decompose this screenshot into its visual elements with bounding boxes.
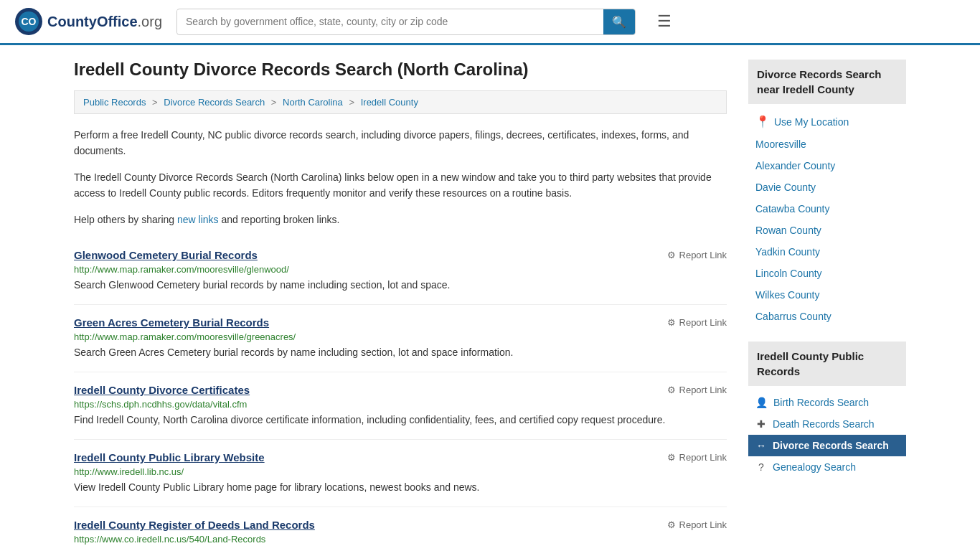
- person-icon: 👤: [755, 397, 768, 408]
- record-url[interactable]: https://schs.dph.ncdhhs.gov/data/vital.c…: [74, 399, 727, 410]
- use-my-location-button[interactable]: 📍 Use My Location: [748, 110, 906, 133]
- report-icon: ⚙: [667, 452, 676, 463]
- record-url[interactable]: http://www.iredell.lib.nc.us/: [74, 466, 727, 477]
- record-header: Iredell County Register of Deeds Land Re…: [74, 519, 727, 531]
- report-icon: ⚙: [667, 385, 676, 395]
- record-item: Green Acres Cemetery Burial Records ⚙ Re…: [74, 305, 727, 372]
- sidebar-item-yadkin[interactable]: Yadkin County: [748, 241, 906, 263]
- record-title[interactable]: Iredell County Divorce Certificates: [74, 384, 250, 396]
- record-header: Iredell County Public Library Website ⚙ …: [74, 451, 727, 463]
- record-header: Glenwood Cemetery Burial Records ⚙ Repor…: [74, 249, 727, 261]
- record-title[interactable]: Iredell County Public Library Website: [74, 451, 265, 463]
- breadcrumb-divorce-records[interactable]: Divorce Records Search: [164, 97, 265, 108]
- report-link-button[interactable]: ⚙ Report Link: [667, 385, 727, 395]
- report-icon: ⚙: [667, 519, 676, 530]
- sidebar-public-records-section: Iredell County Public Records 👤 Birth Re…: [748, 342, 906, 478]
- record-header: Green Acres Cemetery Burial Records ⚙ Re…: [74, 316, 727, 329]
- sidebar-item-mooresville[interactable]: Mooresville: [748, 133, 906, 155]
- sidebar-item-cabarrus[interactable]: Cabarrus County: [748, 306, 906, 327]
- sidebar: Divorce Records Search near Iredell Coun…: [748, 60, 906, 551]
- arrows-icon: ↔: [755, 440, 767, 451]
- report-icon: ⚙: [667, 250, 676, 260]
- record-item: Iredell County Public Library Website ⚙ …: [74, 440, 727, 507]
- record-desc: Search Glenwood Cemetery burial records …: [74, 278, 727, 293]
- breadcrumb-iredell-county[interactable]: Iredell County: [361, 97, 418, 108]
- page-title: Iredell County Divorce Records Search (N…: [74, 60, 727, 80]
- sidebar-item-wilkes[interactable]: Wilkes County: [748, 284, 906, 306]
- sidebar-nearby-section: Divorce Records Search near Iredell Coun…: [748, 60, 906, 327]
- record-url[interactable]: https://www.co.iredell.nc.us/540/Land-Re…: [74, 534, 727, 545]
- record-header: Iredell County Divorce Certificates ⚙ Re…: [74, 384, 727, 396]
- logo-icon: CO: [14, 7, 43, 36]
- report-link-button[interactable]: ⚙ Report Link: [667, 250, 727, 260]
- record-item: Glenwood Cemetery Burial Records ⚙ Repor…: [74, 237, 727, 305]
- breadcrumb-sep-3: >: [349, 97, 354, 108]
- desc-para3-post: and reporting broken links.: [219, 214, 340, 225]
- menu-button[interactable]: ☰: [657, 12, 672, 31]
- record-title[interactable]: Iredell County Register of Deeds Land Re…: [74, 519, 315, 531]
- sidebar-item-lincoln[interactable]: Lincoln County: [748, 263, 906, 284]
- description-para-3: Help others by sharing new links and rep…: [74, 212, 727, 227]
- breadcrumb: Public Records > Divorce Records Search …: [74, 90, 727, 114]
- record-item: Iredell County Register of Deeds Land Re…: [74, 507, 727, 551]
- sidebar-item-catawba[interactable]: Catawba County: [748, 198, 906, 220]
- record-desc: View Iredell County Public Library home …: [74, 480, 727, 495]
- logo-text: CountyOffice.org: [47, 14, 162, 30]
- search-bar: 🔍: [176, 9, 636, 35]
- sidebar-item-divorce-records[interactable]: ↔ Divorce Records Search: [748, 435, 906, 456]
- svg-text:CO: CO: [22, 16, 37, 27]
- report-icon: ⚙: [667, 317, 676, 328]
- breadcrumb-sep-2: >: [271, 97, 277, 108]
- main-layout: Iredell County Divorce Records Search (N…: [60, 45, 920, 551]
- sidebar-item-rowan[interactable]: Rowan County: [748, 220, 906, 241]
- hamburger-icon: ☰: [657, 12, 672, 30]
- question-icon: ?: [755, 461, 767, 473]
- search-button[interactable]: 🔍: [603, 9, 635, 34]
- description-para-1: Perform a free Iredell County, NC public…: [74, 127, 727, 159]
- report-link-button[interactable]: ⚙ Report Link: [667, 317, 727, 328]
- breadcrumb-north-carolina[interactable]: North Carolina: [283, 97, 343, 108]
- record-desc: Find Iredell County, North Carolina divo…: [74, 413, 727, 428]
- sidebar-item-alexander[interactable]: Alexander County: [748, 155, 906, 176]
- sidebar-public-records-heading: Iredell County Public Records: [748, 342, 906, 386]
- new-links-link[interactable]: new links: [177, 214, 219, 225]
- cross-icon: ✚: [755, 418, 767, 430]
- record-desc: Search Green Acres Cemetery burial recor…: [74, 345, 727, 360]
- breadcrumb-sep-1: >: [152, 97, 158, 108]
- records-list: Glenwood Cemetery Burial Records ⚙ Repor…: [74, 237, 727, 551]
- search-input[interactable]: [177, 10, 603, 33]
- search-icon: 🔍: [612, 16, 626, 28]
- report-link-button[interactable]: ⚙ Report Link: [667, 519, 727, 530]
- description-para-2: The Iredell County Divorce Records Searc…: [74, 169, 727, 202]
- record-title[interactable]: Glenwood Cemetery Burial Records: [74, 249, 258, 261]
- sidebar-item-birth-records[interactable]: 👤 Birth Records Search: [748, 392, 906, 413]
- record-url[interactable]: http://www.map.ramaker.com/mooresville/g…: [74, 264, 727, 275]
- location-icon: 📍: [755, 115, 770, 128]
- header: CO CountyOffice.org 🔍 ☰: [0, 0, 980, 45]
- logo[interactable]: CO CountyOffice.org: [14, 7, 162, 36]
- desc-para3-pre: Help others by sharing: [74, 214, 177, 225]
- report-link-button[interactable]: ⚙ Report Link: [667, 452, 727, 463]
- sidebar-item-davie[interactable]: Davie County: [748, 176, 906, 198]
- content-area: Iredell County Divorce Records Search (N…: [74, 60, 727, 551]
- record-url[interactable]: http://www.map.ramaker.com/mooresville/g…: [74, 331, 727, 342]
- sidebar-item-death-records[interactable]: ✚ Death Records Search: [748, 413, 906, 435]
- sidebar-nearby-heading: Divorce Records Search near Iredell Coun…: [748, 60, 906, 104]
- breadcrumb-public-records[interactable]: Public Records: [83, 97, 146, 108]
- record-item: Iredell County Divorce Certificates ⚙ Re…: [74, 372, 727, 440]
- record-title[interactable]: Green Acres Cemetery Burial Records: [74, 316, 269, 329]
- sidebar-item-genealogy[interactable]: ? Genealogy Search: [748, 456, 906, 478]
